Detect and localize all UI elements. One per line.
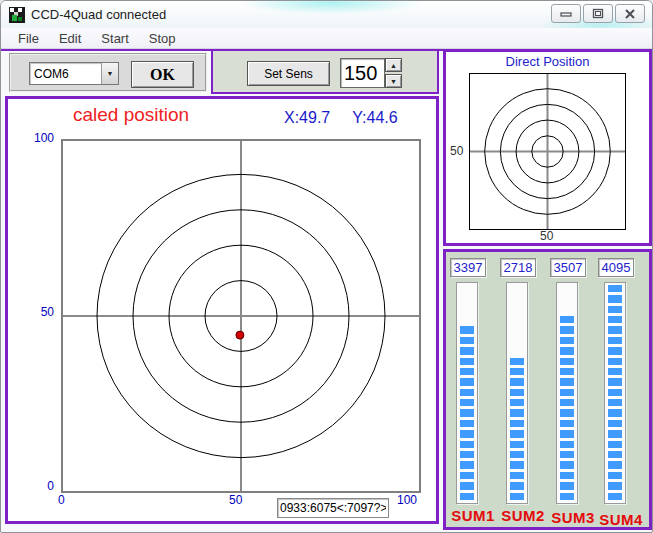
- gauge-segment: [510, 472, 524, 479]
- gauge-segment: [560, 368, 574, 375]
- arrow-down-icon: ▼: [390, 78, 397, 85]
- titlebar[interactable]: CCD-4Quad connected: [1, 1, 652, 28]
- gauge-segment: [608, 337, 622, 344]
- gauge-segment: [608, 482, 622, 489]
- gauge-segment: [510, 430, 524, 437]
- set-sens-button[interactable]: Set Sens: [247, 61, 330, 86]
- gauge-segment: [560, 430, 574, 437]
- gauge-segment: [560, 441, 574, 448]
- gauge-segment: [608, 461, 622, 468]
- gauge-segment: [510, 358, 524, 365]
- gauge-segment: [560, 420, 574, 427]
- gauge-segment: [560, 378, 574, 385]
- close-icon: [624, 9, 636, 19]
- maximize-icon: [592, 8, 604, 19]
- menu-item-start[interactable]: Start: [92, 29, 139, 48]
- y-readout: Y:44.6: [352, 109, 397, 127]
- sum3-gauge-track: [556, 282, 578, 504]
- sum1-value-field[interactable]: 3397: [450, 258, 486, 277]
- calibrated-position-panel: caled position X:49.7 Y:44.6 100 50 0 0 …: [5, 96, 439, 524]
- ok-button[interactable]: OK: [131, 61, 194, 88]
- maximize-button[interactable]: [583, 4, 613, 23]
- gauge-segment: [560, 347, 574, 354]
- gauge-segment: [560, 472, 574, 479]
- gauge-segment: [608, 306, 622, 313]
- gauge-segment: [608, 285, 622, 292]
- x-tick-0: 0: [58, 493, 65, 507]
- window-title: CCD-4Quad connected: [31, 7, 166, 22]
- gauge-segment: [460, 441, 474, 448]
- sum3-value-field[interactable]: 3507: [550, 258, 586, 277]
- y-tick-0: 0: [28, 479, 54, 493]
- gauge-segment: [510, 368, 524, 375]
- gauge-segment: [608, 409, 622, 416]
- sensitivity-spinner: ▲ ▼: [385, 58, 402, 88]
- gauge-segment: [460, 461, 474, 468]
- gauge-segment: [560, 461, 574, 468]
- combo-dropdown-button[interactable]: ▼: [101, 63, 118, 84]
- direct-x-tick-50: 50: [540, 229, 553, 243]
- gauge-segment: [460, 451, 474, 458]
- gauge-segment: [460, 482, 474, 489]
- gauge-segment: [608, 430, 622, 437]
- gauge-segment: [510, 409, 524, 416]
- gauge-segment: [560, 451, 574, 458]
- sum4-gauge-track: [604, 282, 626, 504]
- sensitivity-value-field[interactable]: 150: [340, 58, 385, 88]
- com-port-panel: COM6 ▼ OK: [9, 53, 207, 92]
- x-tick-100: 100: [397, 493, 417, 507]
- sum2-gauge-track: [506, 282, 528, 504]
- gauge-segment: [460, 368, 474, 375]
- gauge-segment: [560, 326, 574, 333]
- gauge-segment: [608, 358, 622, 365]
- gauge-segment: [460, 472, 474, 479]
- sum2-label: SUM2: [500, 507, 546, 524]
- gauge-segment: [608, 399, 622, 406]
- direct-y-tick-50: 50: [450, 144, 463, 158]
- gauge-segment: [460, 430, 474, 437]
- com-port-value: COM6: [30, 63, 101, 84]
- gauge-segment: [608, 347, 622, 354]
- direct-position-panel: Direct Position 50 50: [443, 49, 652, 246]
- gauge-segment: [608, 389, 622, 396]
- menubar: File Edit Start Stop: [1, 28, 652, 49]
- y-tick-100: 100: [28, 131, 54, 145]
- sum3-gauge: 3507 SUM3: [550, 258, 596, 526]
- menu-item-file[interactable]: File: [9, 29, 50, 48]
- gauge-segment: [560, 409, 574, 416]
- window-controls: [551, 4, 645, 23]
- gauge-segment: [560, 493, 574, 500]
- close-button[interactable]: [615, 4, 645, 23]
- gauge-segment: [608, 441, 622, 448]
- gauge-segment: [460, 378, 474, 385]
- chevron-down-icon: ▼: [107, 70, 114, 77]
- direct-position-plot: [469, 73, 626, 230]
- y-tick-50: 50: [28, 305, 54, 319]
- gauge-segment: [560, 399, 574, 406]
- calibrated-position-plot: [61, 139, 421, 493]
- sum4-value-field[interactable]: 4095: [598, 258, 634, 277]
- menu-item-edit[interactable]: Edit: [50, 29, 92, 48]
- sum2-gauge: 2718 SUM2: [500, 258, 546, 524]
- gauge-segment: [608, 420, 622, 427]
- gauge-segment: [460, 409, 474, 416]
- position-readout: X:49.7 Y:44.6: [284, 109, 398, 127]
- com-port-select[interactable]: COM6 ▼: [29, 62, 119, 85]
- gauge-segment: [608, 472, 622, 479]
- gauge-segment: [560, 389, 574, 396]
- app-icon: [9, 7, 25, 23]
- minimize-button[interactable]: [551, 4, 581, 23]
- spinner-down-button[interactable]: ▼: [385, 74, 402, 88]
- gauge-segment: [510, 441, 524, 448]
- menu-item-stop[interactable]: Stop: [140, 29, 187, 48]
- spinner-up-button[interactable]: ▲: [385, 58, 402, 72]
- gauge-segment: [608, 295, 622, 302]
- gauge-segment: [608, 493, 622, 500]
- sum2-value-field[interactable]: 2718: [500, 258, 536, 277]
- sensitivity-panel: Set Sens 150 ▲ ▼: [211, 49, 439, 94]
- minimize-icon: [560, 9, 572, 19]
- raw-data-field[interactable]: [277, 498, 389, 518]
- gauge-segment: [608, 368, 622, 375]
- gauge-segment: [460, 420, 474, 427]
- direct-position-title: Direct Position: [446, 54, 649, 69]
